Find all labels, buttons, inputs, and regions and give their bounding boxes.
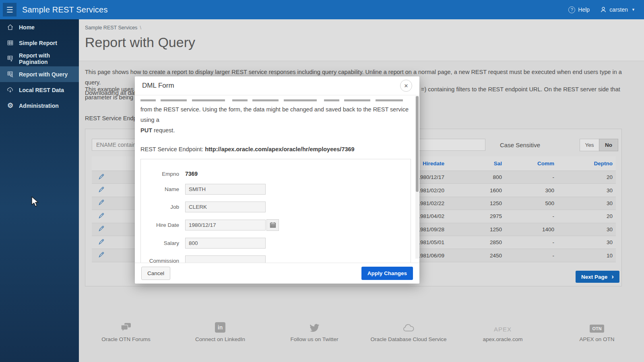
nav-menu-button[interactable]: ☰ — [3, 3, 17, 16]
edit-row-icon[interactable] — [98, 213, 104, 220]
apply-changes-button[interactable]: Apply Changes — [361, 267, 413, 280]
name-field[interactable] — [185, 184, 266, 195]
report-query-icon — [7, 71, 14, 78]
mouse-cursor — [31, 196, 41, 208]
edit-row-icon[interactable] — [98, 239, 104, 246]
column-header-comm[interactable]: Comm — [505, 160, 557, 167]
linkedin-icon: in — [215, 322, 225, 333]
dialog-scrollbar[interactable] — [415, 96, 419, 259]
clipped-text-line — [140, 99, 403, 101]
cloud-icon — [402, 321, 415, 333]
text-fragment: parameter is being e — [85, 94, 138, 101]
edit-row-icon[interactable] — [98, 252, 104, 259]
sidebar-item-simple-report[interactable]: Simple Report — [0, 35, 79, 51]
page-header: Sample REST Services\ Report with Query — [79, 19, 644, 61]
rest-endpoint-line: REST Service Endpoint: http://apex.oracl… — [140, 146, 408, 152]
app-header: ☰ Sample REST Services ? Help carsten ▼ — [0, 0, 644, 19]
twitter-icon — [309, 321, 320, 333]
report-pagination-icon — [7, 55, 14, 62]
page-title: Report with Query — [85, 35, 644, 50]
breadcrumb-separator: \ — [140, 25, 141, 31]
calendar-icon — [270, 222, 276, 228]
footer-link-apex[interactable]: APEX apex.oracle.com — [456, 321, 550, 342]
close-icon[interactable]: ✕ — [400, 80, 412, 92]
hiredate-field[interactable] — [185, 220, 266, 230]
apex-text-icon: APEX — [494, 326, 512, 333]
footer-link-linkedin[interactable]: in Connect on LinkedIn — [173, 321, 267, 342]
table-icon — [7, 39, 14, 46]
text-fragment: REST Service Endpoi — [85, 115, 141, 121]
calendar-picker-button[interactable] — [266, 219, 279, 231]
column-header-deptno[interactable]: Deptno — [557, 160, 616, 167]
otn-badge-icon: OTN — [590, 325, 604, 333]
gear-icon: ⚙ — [7, 101, 14, 110]
dialog-description: from the REST service. Using the form, t… — [140, 104, 409, 136]
sidebar-item-administration[interactable]: ⚙ Administration — [0, 98, 79, 113]
footer-link-apex-otn[interactable]: OTN APEX on OTN — [550, 321, 644, 342]
hiredate-label: Hire Date — [141, 222, 185, 228]
dialog-title: DML Form — [142, 82, 174, 90]
dialog-body: from the REST service. Using the form, t… — [135, 95, 419, 263]
sidebar-item-local-rest-data[interactable]: Local REST Data — [0, 82, 79, 98]
sidebar-item-home[interactable]: Home — [0, 19, 79, 35]
commission-field[interactable] — [185, 255, 266, 263]
empno-value: 7369 — [185, 171, 198, 177]
footer-link-otn-forums[interactable]: Oracle OTN Forums — [79, 321, 173, 342]
hamburger-icon: ☰ — [6, 6, 13, 14]
commission-label: Commission — [141, 258, 185, 263]
job-label: Job — [141, 204, 185, 210]
page-footer: Oracle OTN Forums in Connect on LinkedIn… — [79, 301, 644, 362]
salary-label: Salary — [141, 240, 185, 246]
next-page-button[interactable]: Next Page › — [576, 271, 619, 283]
home-icon — [7, 24, 14, 31]
user-name: carsten — [609, 6, 628, 13]
sidebar-item-report-with-pagination[interactable]: Report with Pagination — [0, 51, 79, 66]
case-sensitive-toggle: Yes No — [580, 139, 618, 151]
app-title: Sample REST Services — [22, 5, 108, 14]
help-icon: ? — [568, 6, 575, 13]
footer-link-cloud-service[interactable]: Oracle Database Cloud Service — [361, 321, 456, 342]
cancel-button[interactable]: Cancel — [141, 267, 170, 280]
case-sensitive-label: Case Sensitive — [500, 142, 540, 148]
edit-row-icon[interactable] — [98, 174, 104, 181]
name-label: Name — [141, 186, 185, 192]
case-yes-button[interactable]: Yes — [580, 139, 599, 151]
user-menu[interactable]: carsten ▼ — [600, 6, 635, 13]
chevron-right-icon: › — [611, 273, 614, 280]
scrollbar-thumb[interactable] — [416, 96, 419, 192]
job-field[interactable] — [185, 202, 266, 212]
user-icon — [600, 6, 607, 13]
edit-row-icon[interactable] — [98, 226, 104, 233]
chevron-down-icon: ▼ — [632, 8, 635, 12]
empno-label: Empno — [141, 171, 185, 177]
edit-row-icon[interactable] — [98, 187, 104, 194]
salary-field[interactable] — [185, 238, 266, 249]
sidebar: Home Simple Report Report with Paginatio… — [0, 19, 79, 362]
sidebar-item-report-with-query[interactable]: Report with Query — [0, 66, 79, 82]
help-link[interactable]: ? Help — [568, 6, 590, 13]
help-label: Help — [578, 6, 590, 13]
dml-form-dialog: DML Form ✕ from the REST service. Using … — [135, 76, 419, 284]
dialog-footer: Cancel Apply Changes — [135, 263, 419, 284]
cloud-download-icon — [7, 86, 14, 93]
dialog-titlebar: DML Form ✕ — [135, 76, 419, 95]
edit-row-icon[interactable] — [98, 200, 104, 207]
rest-endpoint-url: http://apex.oracle.com/apex/oracle/hr/em… — [205, 146, 355, 152]
column-header-sal[interactable]: Sal — [448, 160, 505, 167]
breadcrumb[interactable]: Sample REST Services\ — [85, 25, 644, 31]
case-no-button[interactable]: No — [599, 139, 618, 151]
employee-form: Empno 7369 Name Job Hire Date Salary — [140, 159, 411, 263]
footer-link-twitter[interactable]: Follow us on Twitter — [267, 321, 361, 342]
forums-icon — [120, 321, 132, 333]
text-fragment: =) containing filters to the REST endpoi… — [421, 86, 620, 93]
